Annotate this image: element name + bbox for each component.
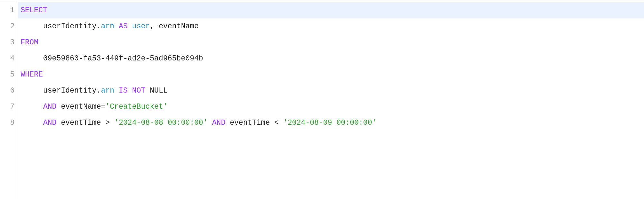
string-literal: 'CreateBucket'	[105, 103, 167, 111]
line-number: 3	[0, 34, 14, 50]
keyword-select: SELECT	[21, 6, 47, 14]
token: , eventName	[150, 22, 199, 31]
keyword-and: AND	[212, 119, 225, 127]
code-line-5[interactable]: WHERE	[18, 67, 644, 83]
keyword-and: AND	[43, 119, 56, 127]
keyword-and: AND	[43, 103, 56, 111]
line-number: 8	[0, 115, 14, 131]
code-line-1[interactable]: SELECT	[18, 2, 644, 18]
code-content[interactable]: SELECT userIdentity.arn AS user, eventNa…	[18, 0, 644, 199]
token: userIdentity	[43, 86, 97, 95]
line-number: 2	[0, 18, 14, 34]
line-number: 5	[0, 67, 14, 83]
keyword-from: FROM	[21, 38, 38, 47]
line-number: 7	[0, 99, 14, 115]
token: arn	[101, 86, 114, 95]
code-line-8[interactable]: AND eventTime > '2024-08-08 00:00:00' AN…	[18, 115, 644, 131]
code-line-3[interactable]: FROM	[18, 34, 644, 50]
line-number: 4	[0, 50, 14, 67]
token: eventTime >	[56, 119, 114, 127]
token: 09e59860-fa53-449f-ad2e-5ad965be094b	[43, 54, 203, 63]
keyword-is: IS	[114, 86, 132, 95]
string-literal: '2024-08-09 00:00:00'	[283, 119, 376, 127]
token: .	[97, 22, 101, 31]
line-number-gutter: 1 2 3 4 5 6 7 8	[0, 0, 18, 199]
token	[208, 119, 212, 127]
string-literal: '2024-08-08 00:00:00'	[114, 119, 208, 127]
keyword-not: NOT	[132, 86, 145, 95]
code-line-2[interactable]: userIdentity.arn AS user, eventName	[18, 18, 644, 34]
token: .	[97, 86, 101, 95]
line-number: 6	[0, 83, 14, 99]
keyword-null: NULL	[146, 86, 168, 95]
token: eventName=	[56, 103, 105, 111]
token: userIdentity	[43, 22, 97, 31]
token: arn	[101, 22, 114, 31]
sql-editor[interactable]: 1 2 3 4 5 6 7 8 SELECT userIdentity.arn …	[0, 0, 644, 199]
token: user	[132, 22, 150, 31]
token: eventTime <	[225, 119, 283, 127]
line-number: 1	[0, 2, 14, 18]
code-line-4[interactable]: 09e59860-fa53-449f-ad2e-5ad965be094b	[18, 50, 644, 67]
code-line-7[interactable]: AND eventName='CreateBucket'	[18, 99, 644, 115]
keyword-where: WHERE	[21, 70, 43, 79]
keyword-as: AS	[114, 22, 132, 31]
code-line-6[interactable]: userIdentity.arn IS NOT NULL	[18, 83, 644, 99]
